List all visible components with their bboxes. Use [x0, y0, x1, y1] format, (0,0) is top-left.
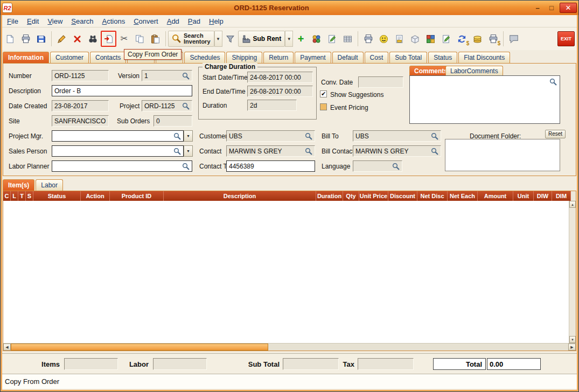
edit-note-button[interactable]	[438, 31, 454, 47]
show-suggestions-checkbox[interactable]: ✔	[320, 90, 327, 97]
col-status[interactable]: Status	[33, 191, 81, 201]
search-inventory-dropdown[interactable]: ▼	[214, 31, 222, 47]
number-field[interactable]: ORD-1125	[52, 70, 109, 81]
horizontal-scroll-track[interactable]	[268, 344, 568, 351]
sales-person-dropdown[interactable]: ▼	[184, 145, 193, 157]
items-total-field[interactable]	[64, 358, 118, 370]
scroll-left-button[interactable]: ◀	[3, 344, 11, 351]
bill-to-field[interactable]: UBS	[353, 130, 441, 142]
search-inventory-button[interactable]: Search Inventory	[168, 31, 214, 47]
project-mgr-lookup-icon[interactable]	[173, 132, 181, 140]
reset-button[interactable]: Reset	[545, 130, 566, 138]
total-value-field[interactable]: 0.00	[487, 358, 541, 370]
tab-contacts[interactable]: Contacts	[90, 52, 126, 63]
col-net-disc[interactable]: Net Disc	[417, 191, 448, 201]
new-button[interactable]	[2, 31, 18, 47]
tab-payment[interactable]: Payment	[295, 52, 331, 63]
duration-field[interactable]: 2d	[247, 100, 297, 111]
tab-items[interactable]: Item(s)	[3, 179, 34, 191]
sub-rent-button[interactable]: Sub Rent	[238, 31, 285, 47]
col-discount[interactable]: Discount	[388, 191, 417, 201]
print-invoice-button[interactable]: $	[485, 31, 501, 47]
date-created-field[interactable]: 23-08-2017	[52, 100, 109, 111]
menu-search[interactable]: Search	[67, 16, 97, 27]
bill-to-lookup-icon[interactable]	[431, 132, 438, 140]
project-field[interactable]: ORD-1125	[142, 100, 192, 111]
customer-lookup-icon[interactable]	[305, 132, 312, 140]
scroll-down-button[interactable]: ▼	[569, 336, 576, 343]
project-mgr-dropdown[interactable]: ▼	[184, 130, 193, 142]
menu-actions[interactable]: Actions	[98, 16, 130, 27]
tab-default[interactable]: Default	[332, 52, 364, 63]
col-t[interactable]: T	[18, 191, 26, 201]
sales-person-lookup-icon[interactable]	[173, 148, 181, 155]
menu-help[interactable]: Help	[205, 16, 228, 27]
vertical-scrollbar[interactable]: ▲ ▼	[569, 201, 576, 343]
col-dim[interactable]: DIM	[552, 191, 571, 201]
filter-button[interactable]	[222, 31, 238, 47]
currency-refresh-button[interactable]: $	[454, 31, 470, 47]
menu-file[interactable]: File	[3, 16, 23, 27]
horizontal-scrollbar[interactable]: ◀ ▶	[3, 343, 576, 351]
print-button[interactable]	[18, 31, 33, 47]
items-table-body[interactable]	[3, 201, 569, 343]
find-button[interactable]	[85, 31, 101, 47]
sub-rent-dropdown[interactable]: ▼	[285, 31, 293, 47]
menu-pad[interactable]: Pad	[184, 16, 205, 27]
menu-add[interactable]: Add	[163, 16, 184, 27]
labor-planner-lookup-icon[interactable]	[182, 163, 190, 170]
tab-schedules[interactable]: Schedules	[184, 52, 225, 63]
tab-sub-total[interactable]: Sub Total	[389, 52, 427, 63]
contact-field[interactable]: MARWIN S GREY	[226, 145, 315, 157]
tab-flat-discounts[interactable]: Flat Discounts	[458, 52, 510, 63]
tab-labor-comments[interactable]: LaborComments	[445, 66, 503, 75]
language-lookup-icon[interactable]	[392, 163, 400, 170]
paste-button[interactable]	[148, 31, 163, 47]
menu-convert[interactable]: Convert	[129, 16, 163, 27]
edit-button[interactable]	[54, 31, 69, 47]
end-datetime-field[interactable]: 26-08-2017 00:00	[247, 86, 313, 97]
bill-contact-lookup-icon[interactable]	[431, 148, 438, 155]
delete-button[interactable]	[69, 31, 85, 47]
print-preview-button[interactable]	[360, 31, 376, 47]
contact-lookup-icon[interactable]	[305, 148, 312, 155]
invoice-button[interactable]	[392, 31, 407, 47]
tab-shipping[interactable]: Shipping	[226, 52, 262, 63]
labor-planner-field[interactable]	[52, 160, 192, 172]
save-button[interactable]	[33, 31, 49, 47]
sales-person-field[interactable]	[52, 145, 184, 157]
cut-button[interactable]: ✂	[116, 31, 132, 47]
menu-view[interactable]: View	[43, 16, 67, 27]
version-lookup-icon[interactable]	[182, 72, 190, 80]
col-amount[interactable]: Amount	[478, 191, 513, 201]
grid-button[interactable]	[340, 31, 355, 47]
labor-total-field[interactable]	[153, 358, 207, 370]
scroll-up-button[interactable]: ▲	[569, 201, 576, 208]
kits-button[interactable]	[423, 31, 438, 47]
horizontal-scroll-thumb[interactable]	[11, 344, 268, 351]
tab-status[interactable]: Status	[428, 52, 457, 63]
col-c[interactable]: C	[3, 191, 11, 201]
package-button[interactable]	[407, 31, 423, 47]
version-field[interactable]: 1	[142, 70, 192, 81]
event-pricing-checkbox[interactable]	[320, 103, 327, 110]
group-button[interactable]	[309, 31, 324, 47]
comments-lookup-icon[interactable]	[549, 78, 557, 86]
comment-button[interactable]	[506, 31, 521, 47]
col-net-each[interactable]: Net Each	[448, 191, 478, 201]
copy-button[interactable]	[132, 31, 148, 47]
conv-date-field[interactable]	[358, 76, 403, 88]
col-l[interactable]: L	[11, 191, 18, 201]
description-field[interactable]: Order - B	[52, 85, 192, 96]
customer-field[interactable]: UBS	[226, 130, 315, 142]
tax-field[interactable]	[358, 358, 414, 370]
tab-cost[interactable]: Cost	[365, 52, 389, 63]
col-s[interactable]: S	[26, 191, 33, 201]
col-action[interactable]: Action	[81, 191, 110, 201]
site-field[interactable]: SANFRANCISCO	[52, 115, 109, 127]
tab-information[interactable]: Information	[3, 52, 49, 63]
tab-return[interactable]: Return	[263, 52, 294, 63]
start-datetime-field[interactable]: 24-08-2017 00:00	[247, 72, 313, 83]
maximize-button[interactable]: □	[545, 3, 559, 13]
col-unit-price[interactable]: Unit Price	[359, 191, 388, 201]
